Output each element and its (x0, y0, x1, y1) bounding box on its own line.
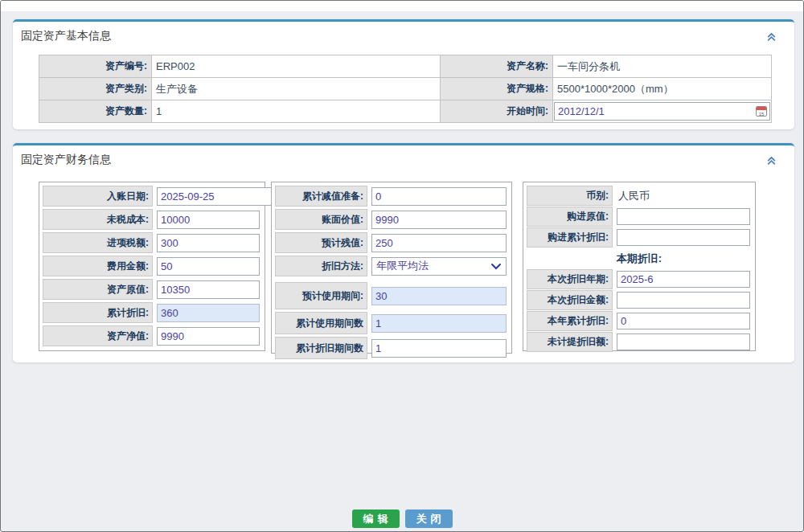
asset-spec-label: 资产规格: (441, 78, 552, 100)
purchase-original-label: 购进原值: (527, 207, 613, 227)
edit-button[interactable]: 编辑 (352, 509, 400, 528)
currency-value: 人民币 (617, 189, 650, 203)
asset-category-value: 生产设备 (152, 78, 440, 100)
depreciated-periods-label: 累计折旧期间数 (275, 337, 367, 359)
asset-spec-value: 5500*1000*2000（mm） (553, 78, 771, 100)
accum-depreciation-input (157, 304, 260, 322)
book-value-input[interactable] (371, 211, 507, 229)
basic-panel-title: 固定资产基本信息 (21, 29, 111, 43)
impairment-reserve-input[interactable] (371, 187, 507, 206)
original-value-label: 资产原值: (43, 279, 153, 300)
asset-qty-label: 资产数量: (39, 100, 151, 122)
close-button[interactable]: 关闭 (405, 509, 453, 528)
used-periods-label: 累计使用期间数 (275, 312, 367, 334)
purchase-original-input[interactable] (617, 208, 750, 225)
expected-periods-input (371, 287, 507, 305)
ytd-depreciation-input[interactable] (617, 313, 750, 329)
start-date-field[interactable] (554, 102, 770, 121)
asset-code-label: 资产编号: (39, 55, 151, 77)
expense-amount-input[interactable] (157, 257, 260, 276)
currency-label: 币别: (527, 186, 613, 206)
pretax-cost-input[interactable] (157, 211, 260, 229)
impairment-reserve-label: 累计减值准备: (275, 186, 367, 207)
net-value-label: 资产净值: (43, 325, 153, 346)
accum-depreciation-label: 累计折旧: (43, 302, 153, 323)
start-date-label: 开始时间: (441, 100, 552, 122)
undepreciated-amount-input[interactable] (617, 334, 750, 350)
depreciation-method-label: 折旧方法: (275, 256, 367, 276)
footer-button-bar: 编辑 关闭 (1, 509, 803, 528)
basic-info-panel: 固定资产基本信息 资产编号: ERP002 资产名称: 一车间分条机 资产类别:… (13, 19, 794, 129)
current-depr-period-label: 本次折旧年期: (527, 269, 613, 289)
current-depr-period-input[interactable] (617, 271, 750, 288)
expense-amount-label: 费用金额: (43, 256, 153, 276)
salvage-value-label: 预计残值: (275, 232, 367, 253)
basic-info-table: 资产编号: ERP002 资产名称: 一车间分条机 资产类别: 生产设备 资产规… (39, 55, 772, 123)
asset-qty-value: 1 (152, 100, 440, 122)
start-date-input[interactable] (558, 105, 756, 117)
input-tax-input[interactable] (157, 234, 260, 252)
top-strip (1, 1, 803, 11)
ytd-depreciation-label: 本年累计折旧: (527, 311, 613, 331)
pretax-cost-label: 未税成本: (43, 209, 153, 230)
current-depreciation-section-header: 本期折旧: (527, 248, 752, 268)
depreciation-method-select[interactable]: 年限平均法 (371, 257, 507, 276)
asset-name-value: 一车间分条机 (553, 55, 771, 77)
asset-code-value: ERP002 (152, 55, 440, 77)
used-periods-input (371, 314, 507, 333)
finance-info-panel: 固定资产财务信息 入账日期: 未税成本: 进项税额: (13, 143, 794, 362)
finance-right-group: 币别: 人民币 购进原值: 购进累计折旧: 本期折旧: 本次折旧年期: 本次折旧… (523, 182, 756, 351)
original-value-input[interactable] (157, 280, 260, 299)
purchase-accum-depr-label: 购进累计折旧: (527, 227, 613, 248)
depreciation-method-value: 年限平均法 (376, 259, 490, 273)
finance-left-group: 入账日期: 未税成本: 进项税额: 费用金额: (39, 182, 265, 351)
calendar-icon[interactable] (756, 106, 767, 117)
book-value-label: 账面价值: (275, 209, 367, 230)
asset-name-label: 资产名称: (441, 55, 552, 77)
asset-detail-window: 固定资产基本信息 资产编号: ERP002 资产名称: 一车间分条机 资产类别:… (0, 0, 804, 532)
asset-category-label: 资产类别: (39, 78, 151, 100)
finance-middle-group: 累计减值准备: 账面价值: 预计残值: 折旧方法: 年限平均法 (271, 182, 512, 354)
undepreciated-amount-label: 未计提折旧额: (527, 332, 613, 352)
chevron-down-icon (490, 259, 502, 273)
net-value-input[interactable] (157, 327, 260, 346)
depreciated-periods-input[interactable] (371, 339, 507, 358)
collapse-up-icon[interactable] (766, 155, 777, 166)
current-depr-amount-label: 本次折旧金额: (527, 290, 613, 310)
finance-panel-title: 固定资产财务信息 (21, 153, 111, 167)
expected-periods-label: 预计使用期间: (275, 282, 367, 309)
current-depr-amount-input[interactable] (617, 292, 750, 309)
salvage-value-input[interactable] (371, 234, 507, 252)
input-tax-label: 进项税额: (43, 232, 153, 253)
entry-date-label: 入账日期: (43, 186, 153, 207)
purchase-accum-depr-input[interactable] (617, 229, 750, 246)
collapse-up-icon[interactable] (766, 31, 777, 42)
